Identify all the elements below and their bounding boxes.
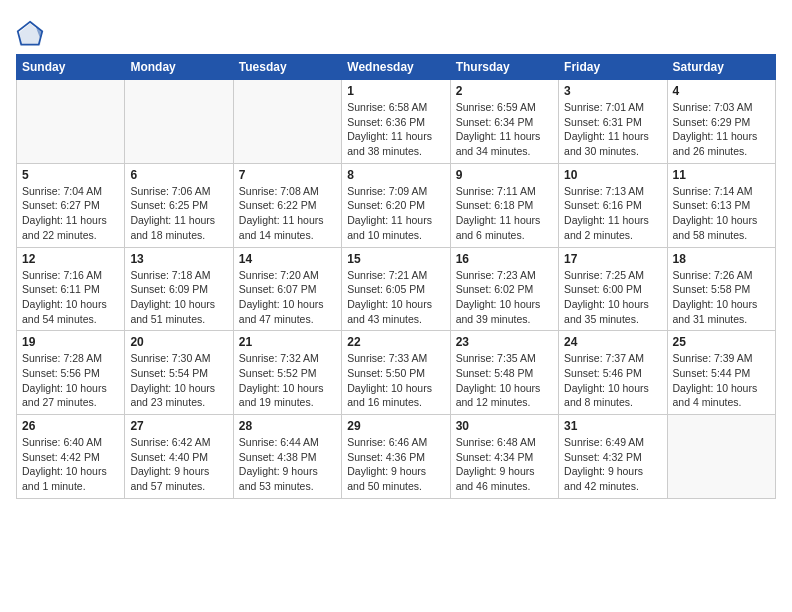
calendar-cell: 22Sunrise: 7:33 AM Sunset: 5:50 PM Dayli… [342, 331, 450, 415]
day-info: Sunrise: 6:40 AM Sunset: 4:42 PM Dayligh… [22, 435, 119, 494]
day-info: Sunrise: 7:37 AM Sunset: 5:46 PM Dayligh… [564, 351, 661, 410]
calendar-cell: 28Sunrise: 6:44 AM Sunset: 4:38 PM Dayli… [233, 415, 341, 499]
week-row-1: 1Sunrise: 6:58 AM Sunset: 6:36 PM Daylig… [17, 80, 776, 164]
day-info: Sunrise: 7:03 AM Sunset: 6:29 PM Dayligh… [673, 100, 770, 159]
calendar-cell: 21Sunrise: 7:32 AM Sunset: 5:52 PM Dayli… [233, 331, 341, 415]
day-number: 30 [456, 419, 553, 433]
day-info: Sunrise: 7:28 AM Sunset: 5:56 PM Dayligh… [22, 351, 119, 410]
day-number: 18 [673, 252, 770, 266]
week-row-2: 5Sunrise: 7:04 AM Sunset: 6:27 PM Daylig… [17, 163, 776, 247]
day-number: 6 [130, 168, 227, 182]
day-number: 13 [130, 252, 227, 266]
day-number: 25 [673, 335, 770, 349]
day-info: Sunrise: 6:49 AM Sunset: 4:32 PM Dayligh… [564, 435, 661, 494]
day-info: Sunrise: 7:14 AM Sunset: 6:13 PM Dayligh… [673, 184, 770, 243]
day-number: 9 [456, 168, 553, 182]
week-row-3: 12Sunrise: 7:16 AM Sunset: 6:11 PM Dayli… [17, 247, 776, 331]
day-number: 5 [22, 168, 119, 182]
day-info: Sunrise: 7:21 AM Sunset: 6:05 PM Dayligh… [347, 268, 444, 327]
weekday-header-saturday: Saturday [667, 55, 775, 80]
day-info: Sunrise: 7:23 AM Sunset: 6:02 PM Dayligh… [456, 268, 553, 327]
calendar-cell: 8Sunrise: 7:09 AM Sunset: 6:20 PM Daylig… [342, 163, 450, 247]
calendar-cell: 7Sunrise: 7:08 AM Sunset: 6:22 PM Daylig… [233, 163, 341, 247]
weekday-header-friday: Friday [559, 55, 667, 80]
day-info: Sunrise: 7:06 AM Sunset: 6:25 PM Dayligh… [130, 184, 227, 243]
calendar-cell: 1Sunrise: 6:58 AM Sunset: 6:36 PM Daylig… [342, 80, 450, 164]
calendar-cell: 29Sunrise: 6:46 AM Sunset: 4:36 PM Dayli… [342, 415, 450, 499]
calendar-cell: 25Sunrise: 7:39 AM Sunset: 5:44 PM Dayli… [667, 331, 775, 415]
page-container: SundayMondayTuesdayWednesdayThursdayFrid… [0, 0, 792, 509]
day-number: 11 [673, 168, 770, 182]
calendar-cell: 24Sunrise: 7:37 AM Sunset: 5:46 PM Dayli… [559, 331, 667, 415]
day-info: Sunrise: 7:20 AM Sunset: 6:07 PM Dayligh… [239, 268, 336, 327]
day-info: Sunrise: 7:01 AM Sunset: 6:31 PM Dayligh… [564, 100, 661, 159]
day-info: Sunrise: 7:18 AM Sunset: 6:09 PM Dayligh… [130, 268, 227, 327]
day-number: 23 [456, 335, 553, 349]
day-number: 12 [22, 252, 119, 266]
day-number: 28 [239, 419, 336, 433]
calendar-cell: 6Sunrise: 7:06 AM Sunset: 6:25 PM Daylig… [125, 163, 233, 247]
day-info: Sunrise: 6:59 AM Sunset: 6:34 PM Dayligh… [456, 100, 553, 159]
calendar-cell: 12Sunrise: 7:16 AM Sunset: 6:11 PM Dayli… [17, 247, 125, 331]
day-info: Sunrise: 7:09 AM Sunset: 6:20 PM Dayligh… [347, 184, 444, 243]
calendar-cell: 27Sunrise: 6:42 AM Sunset: 4:40 PM Dayli… [125, 415, 233, 499]
day-info: Sunrise: 7:11 AM Sunset: 6:18 PM Dayligh… [456, 184, 553, 243]
day-number: 20 [130, 335, 227, 349]
day-number: 17 [564, 252, 661, 266]
day-number: 29 [347, 419, 444, 433]
calendar-cell: 23Sunrise: 7:35 AM Sunset: 5:48 PM Dayli… [450, 331, 558, 415]
day-info: Sunrise: 7:30 AM Sunset: 5:54 PM Dayligh… [130, 351, 227, 410]
day-info: Sunrise: 6:58 AM Sunset: 6:36 PM Dayligh… [347, 100, 444, 159]
day-info: Sunrise: 7:33 AM Sunset: 5:50 PM Dayligh… [347, 351, 444, 410]
weekday-header-thursday: Thursday [450, 55, 558, 80]
day-info: Sunrise: 6:44 AM Sunset: 4:38 PM Dayligh… [239, 435, 336, 494]
day-number: 1 [347, 84, 444, 98]
day-info: Sunrise: 7:08 AM Sunset: 6:22 PM Dayligh… [239, 184, 336, 243]
day-info: Sunrise: 7:35 AM Sunset: 5:48 PM Dayligh… [456, 351, 553, 410]
calendar-cell: 9Sunrise: 7:11 AM Sunset: 6:18 PM Daylig… [450, 163, 558, 247]
calendar-cell: 14Sunrise: 7:20 AM Sunset: 6:07 PM Dayli… [233, 247, 341, 331]
calendar-cell: 19Sunrise: 7:28 AM Sunset: 5:56 PM Dayli… [17, 331, 125, 415]
calendar-cell: 20Sunrise: 7:30 AM Sunset: 5:54 PM Dayli… [125, 331, 233, 415]
calendar-cell: 10Sunrise: 7:13 AM Sunset: 6:16 PM Dayli… [559, 163, 667, 247]
week-row-5: 26Sunrise: 6:40 AM Sunset: 4:42 PM Dayli… [17, 415, 776, 499]
header [16, 16, 776, 48]
week-row-4: 19Sunrise: 7:28 AM Sunset: 5:56 PM Dayli… [17, 331, 776, 415]
calendar-cell [125, 80, 233, 164]
calendar-cell: 30Sunrise: 6:48 AM Sunset: 4:34 PM Dayli… [450, 415, 558, 499]
calendar-cell [233, 80, 341, 164]
calendar-cell: 13Sunrise: 7:18 AM Sunset: 6:09 PM Dayli… [125, 247, 233, 331]
calendar-cell: 15Sunrise: 7:21 AM Sunset: 6:05 PM Dayli… [342, 247, 450, 331]
day-info: Sunrise: 6:48 AM Sunset: 4:34 PM Dayligh… [456, 435, 553, 494]
day-number: 2 [456, 84, 553, 98]
day-info: Sunrise: 7:25 AM Sunset: 6:00 PM Dayligh… [564, 268, 661, 327]
calendar-cell: 18Sunrise: 7:26 AM Sunset: 5:58 PM Dayli… [667, 247, 775, 331]
day-number: 21 [239, 335, 336, 349]
logo [16, 20, 46, 48]
day-number: 15 [347, 252, 444, 266]
day-number: 10 [564, 168, 661, 182]
day-number: 3 [564, 84, 661, 98]
day-number: 22 [347, 335, 444, 349]
day-number: 24 [564, 335, 661, 349]
logo-icon [16, 20, 44, 48]
day-number: 16 [456, 252, 553, 266]
calendar-cell: 3Sunrise: 7:01 AM Sunset: 6:31 PM Daylig… [559, 80, 667, 164]
weekday-header-tuesday: Tuesday [233, 55, 341, 80]
calendar-cell: 17Sunrise: 7:25 AM Sunset: 6:00 PM Dayli… [559, 247, 667, 331]
weekday-header-wednesday: Wednesday [342, 55, 450, 80]
weekday-header-row: SundayMondayTuesdayWednesdayThursdayFrid… [17, 55, 776, 80]
day-info: Sunrise: 7:16 AM Sunset: 6:11 PM Dayligh… [22, 268, 119, 327]
calendar-cell: 26Sunrise: 6:40 AM Sunset: 4:42 PM Dayli… [17, 415, 125, 499]
day-number: 26 [22, 419, 119, 433]
day-info: Sunrise: 7:13 AM Sunset: 6:16 PM Dayligh… [564, 184, 661, 243]
weekday-header-monday: Monday [125, 55, 233, 80]
calendar-cell: 5Sunrise: 7:04 AM Sunset: 6:27 PM Daylig… [17, 163, 125, 247]
calendar-cell: 31Sunrise: 6:49 AM Sunset: 4:32 PM Dayli… [559, 415, 667, 499]
day-number: 19 [22, 335, 119, 349]
day-number: 4 [673, 84, 770, 98]
day-info: Sunrise: 6:46 AM Sunset: 4:36 PM Dayligh… [347, 435, 444, 494]
day-number: 8 [347, 168, 444, 182]
calendar-cell [667, 415, 775, 499]
day-number: 27 [130, 419, 227, 433]
